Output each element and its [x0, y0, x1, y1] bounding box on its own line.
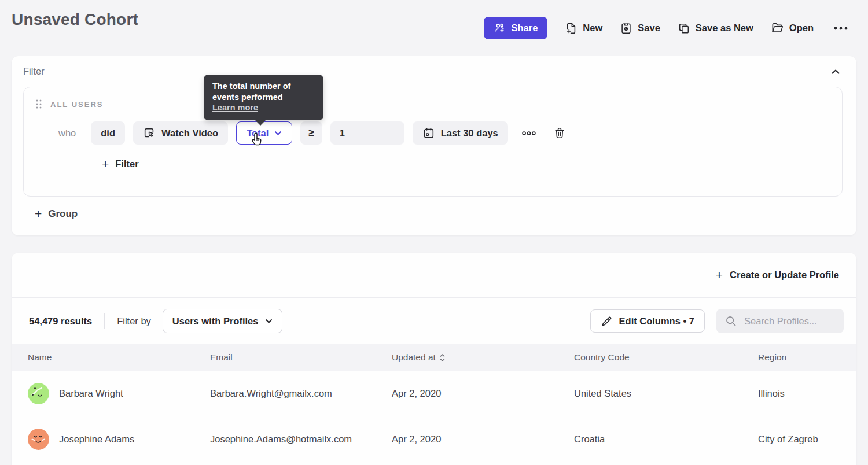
filter-panel-title: Filter	[23, 66, 45, 77]
filter-clause-row: who did Watch Video Total	[58, 121, 830, 145]
chevron-down-icon	[274, 131, 282, 136]
table-row[interactable]: Barbara Wright Barbara.Wright@gmailx.com…	[12, 371, 856, 416]
plus-icon: +	[35, 208, 42, 220]
sort-icon	[440, 354, 445, 361]
table-header: Name Email Updated at Country Code Regio…	[12, 344, 856, 371]
profile-updated-at: Apr 2, 2020	[392, 388, 574, 399]
clause-more-button[interactable]	[520, 128, 538, 138]
ellipsis-icon	[522, 131, 536, 136]
create-profile-row: + Create or Update Profile	[12, 253, 856, 298]
drag-handle-icon[interactable]	[35, 99, 42, 109]
profile-email: Josephine.Adams@hotmailx.com	[210, 434, 392, 445]
filter-group-header: ALL USERS	[35, 99, 830, 109]
profile-name: Barbara Wright	[59, 388, 123, 399]
filter-by-label: Filter by	[117, 316, 151, 327]
table-row[interactable]: Josephine Adams Josephine.Adams@hotmailx…	[12, 416, 856, 462]
collapse-filter-button[interactable]	[829, 67, 843, 77]
create-or-update-profile-label: Create or Update Profile	[730, 270, 839, 281]
add-group-label: Group	[48, 208, 78, 220]
tooltip-learn-more-link[interactable]: Learn more	[212, 103, 258, 112]
name-cell: Josephine Adams	[28, 429, 210, 450]
file-plus-icon	[565, 22, 578, 35]
column-header-updated-at[interactable]: Updated at	[392, 352, 574, 363]
event-selector[interactable]: Watch Video	[133, 121, 228, 145]
tooltip: The total number of events performed Lea…	[204, 75, 323, 120]
hand-cursor-icon	[251, 132, 264, 147]
add-filter-button[interactable]: + Filter	[102, 158, 139, 170]
ellipsis-icon	[833, 25, 848, 31]
header-actions: Share New Save	[484, 17, 851, 39]
plus-icon: +	[716, 269, 723, 281]
add-group-button[interactable]: + Group	[35, 208, 78, 220]
create-or-update-profile-button[interactable]: + Create or Update Profile	[716, 269, 839, 281]
operator-label: ≥	[308, 127, 314, 139]
new-button[interactable]: New	[565, 22, 602, 35]
name-cell: Barbara Wright	[28, 383, 210, 404]
profile-updated-at: Apr 2, 2020	[392, 434, 574, 445]
open-button[interactable]: Open	[771, 21, 814, 35]
column-header-name[interactable]: Name	[28, 352, 210, 363]
add-filter-label: Filter	[115, 158, 138, 169]
page-header: Unsaved Cohort Share	[0, 0, 868, 56]
avatar	[28, 429, 49, 450]
profiles-toolbar: 54,479 results Filter by Users with Prof…	[12, 298, 856, 344]
header-more-button[interactable]	[831, 23, 851, 34]
chevron-up-icon	[831, 69, 840, 75]
open-label: Open	[789, 23, 814, 34]
column-header-region[interactable]: Region	[758, 352, 856, 363]
chevron-down-icon	[265, 319, 273, 324]
operator-selector[interactable]: ≥	[300, 121, 322, 145]
group-label: ALL USERS	[50, 100, 103, 109]
filter-panel: The total number of events performed Lea…	[12, 56, 856, 235]
divider	[104, 313, 105, 329]
save-as-new-label: Save as New	[696, 23, 753, 34]
save-button[interactable]: Save	[620, 22, 660, 35]
date-range-selector[interactable]: Last 30 days	[413, 121, 508, 145]
column-header-email[interactable]: Email	[210, 352, 392, 363]
people-plus-icon	[494, 22, 506, 35]
profiles-panel: + Create or Update Profile 54,479 result…	[12, 253, 856, 465]
profile-email: Barbara.Wright@gmailx.com	[210, 388, 392, 399]
page-title: Unsaved Cohort	[12, 10, 138, 29]
save-label: Save	[638, 23, 660, 34]
avatar	[28, 383, 49, 404]
profile-region: Illinois	[758, 388, 856, 399]
results-count: 54,479 results	[29, 316, 92, 327]
edit-columns-label: Edit Columns • 7	[619, 316, 694, 327]
edit-columns-button[interactable]: Edit Columns • 7	[590, 309, 705, 333]
save-as-new-button[interactable]: Save as New	[678, 22, 753, 35]
who-label: who	[58, 128, 76, 139]
updated-at-label: Updated at	[392, 352, 436, 363]
share-label: Share	[512, 23, 538, 34]
date-range-label: Last 30 days	[441, 128, 498, 139]
share-button[interactable]: Share	[484, 17, 548, 39]
plus-icon: +	[102, 158, 109, 170]
filter-panel-header: Filter	[23, 66, 843, 77]
new-label: New	[583, 23, 602, 34]
column-header-country-code[interactable]: Country Code	[574, 352, 758, 363]
profile-name: Josephine Adams	[59, 434, 134, 445]
search-profiles-input[interactable]	[744, 316, 836, 327]
filter-group: ALL USERS who did Watch Video Total	[23, 87, 843, 197]
profile-country-code: United States	[574, 388, 758, 399]
event-label: Watch Video	[161, 128, 218, 139]
profile-country-code: Croatia	[574, 434, 758, 445]
calendar-icon	[422, 127, 435, 139]
tooltip-text: The total number of events performed	[212, 81, 315, 102]
profiles-filter-value: Users with Profiles	[172, 316, 259, 327]
count-value-input[interactable]	[330, 121, 404, 145]
clause-tools	[520, 124, 568, 142]
profile-region: City of Zagreb	[758, 434, 856, 445]
search-icon	[724, 315, 737, 327]
delete-clause-button[interactable]	[551, 124, 568, 142]
did-selector[interactable]: did	[91, 121, 125, 145]
search-profiles-box	[716, 309, 844, 333]
profiles-filter-dropdown[interactable]: Users with Profiles	[163, 309, 283, 333]
save-icon	[620, 22, 632, 35]
pencil-icon	[601, 315, 613, 327]
event-click-icon	[143, 127, 156, 139]
trash-icon	[553, 127, 566, 139]
copy-icon	[678, 22, 690, 35]
folder-open-icon	[771, 21, 784, 35]
did-label: did	[101, 128, 115, 139]
